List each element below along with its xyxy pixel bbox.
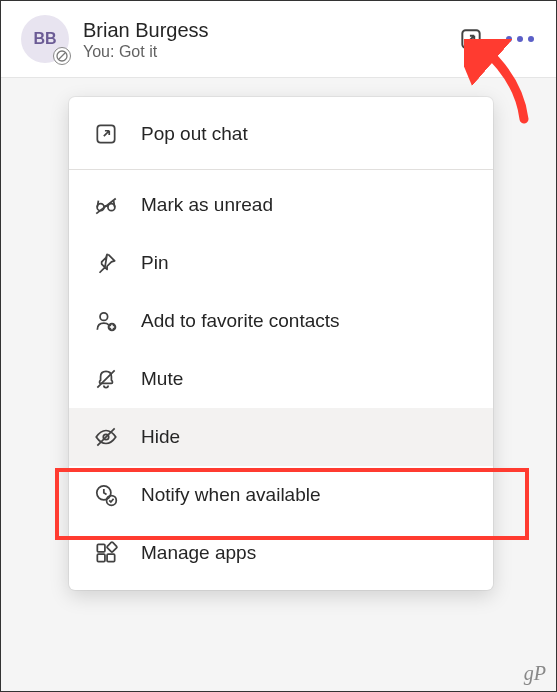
svg-line-1: [59, 53, 65, 59]
menu-item-label: Hide: [141, 426, 180, 448]
pop-out-button[interactable]: [456, 24, 486, 54]
pop-out-icon: [458, 26, 484, 52]
bell-slash-icon: [93, 366, 119, 392]
chat-info: Brian Burgess You: Got it: [83, 18, 442, 61]
eye-slash-icon: [93, 424, 119, 450]
svg-rect-14: [97, 544, 105, 552]
menu-item-label: Pin: [141, 252, 168, 274]
menu-item-label: Add to favorite contacts: [141, 310, 340, 332]
menu-mute[interactable]: Mute: [69, 350, 493, 408]
menu-add-favorite[interactable]: Add to favorite contacts: [69, 292, 493, 350]
chat-list-item[interactable]: BB Brian Burgess You: Got it: [1, 1, 556, 78]
menu-mark-unread[interactable]: Mark as unread: [69, 176, 493, 234]
pop-out-icon: [93, 121, 119, 147]
menu-notify-available[interactable]: Notify when available: [69, 466, 493, 524]
pin-icon: [93, 250, 119, 276]
menu-item-label: Mute: [141, 368, 183, 390]
svg-rect-17: [107, 542, 118, 553]
menu-pin[interactable]: Pin: [69, 234, 493, 292]
watermark: gP: [524, 662, 546, 685]
glasses-slash-icon: [93, 192, 119, 218]
menu-divider: [69, 169, 493, 170]
menu-item-label: Pop out chat: [141, 123, 248, 145]
menu-item-label: Mark as unread: [141, 194, 273, 216]
menu-hide[interactable]: Hide: [69, 408, 493, 466]
menu-item-label: Manage apps: [141, 542, 256, 564]
menu-item-label: Notify when available: [141, 484, 321, 506]
ellipsis-icon: [506, 36, 512, 42]
avatar-initials: BB: [33, 30, 56, 48]
more-options-button[interactable]: [504, 30, 536, 48]
menu-pop-out-chat[interactable]: Pop out chat: [69, 105, 493, 163]
clock-check-icon: [93, 482, 119, 508]
svg-rect-15: [97, 554, 105, 562]
svg-point-7: [100, 313, 108, 321]
avatar: BB: [21, 15, 69, 63]
menu-manage-apps[interactable]: Manage apps: [69, 524, 493, 582]
context-menu: Pop out chat Mark as unread Pin: [69, 97, 493, 590]
svg-line-6: [96, 199, 116, 214]
apps-icon: [93, 540, 119, 566]
chat-contact-name: Brian Burgess: [83, 18, 442, 42]
person-add-icon: [93, 308, 119, 334]
presence-offline-icon: [53, 47, 71, 65]
chat-message-preview: You: Got it: [83, 43, 442, 61]
svg-rect-16: [107, 554, 115, 562]
